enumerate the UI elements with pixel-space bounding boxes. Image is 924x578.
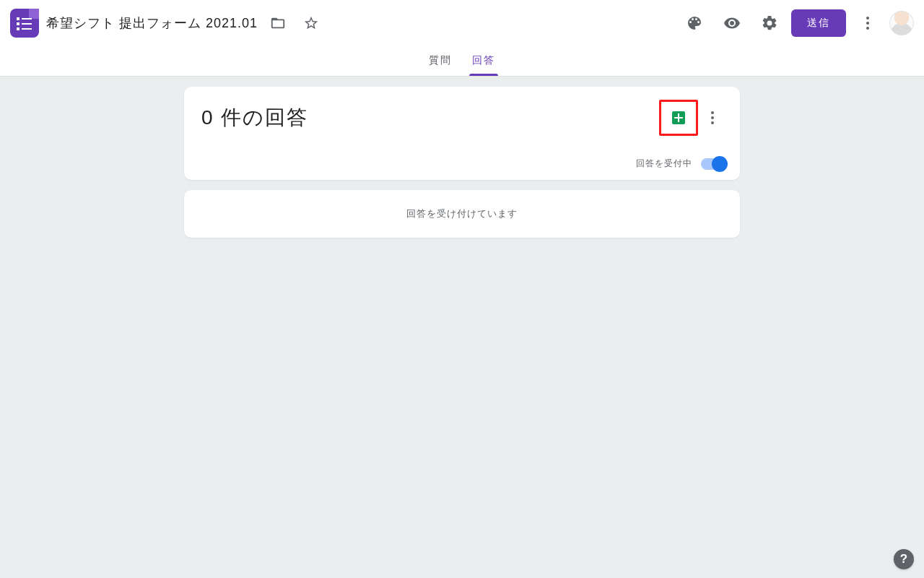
- responses-header-row: 0 件の回答: [201, 100, 727, 136]
- svg-rect-3: [22, 23, 32, 25]
- help-button[interactable]: ?: [894, 549, 914, 569]
- svg-rect-11: [674, 117, 683, 118]
- svg-rect-0: [17, 17, 19, 20]
- tab-responses[interactable]: 回答: [472, 54, 495, 76]
- svg-point-8: [866, 27, 869, 30]
- preview-button[interactable]: [716, 7, 748, 39]
- svg-rect-2: [17, 22, 19, 25]
- palette-icon: [686, 14, 703, 32]
- settings-button[interactable]: [754, 7, 785, 39]
- responses-summary-card: 0 件の回答 回答を受付中: [184, 87, 740, 180]
- header-overflow-button[interactable]: [852, 7, 884, 39]
- svg-point-14: [711, 121, 714, 124]
- responses-status-message: 回答を受け付けています: [406, 207, 518, 220]
- responses-accepting-row: 回答を受付中: [201, 158, 727, 170]
- tabs-row: 質問 回答: [0, 46, 924, 76]
- header-bar: 希望シフト 提出フォーム 2021.01: [0, 0, 924, 77]
- header-top-row: 希望シフト 提出フォーム 2021.01: [0, 0, 924, 46]
- svg-point-7: [866, 22, 869, 25]
- tab-questions[interactable]: 質問: [429, 54, 452, 76]
- svg-point-6: [866, 17, 869, 20]
- eye-icon: [723, 14, 741, 32]
- svg-point-13: [711, 116, 714, 119]
- header-right-toolbar: 送信: [679, 7, 914, 39]
- responses-overflow-button[interactable]: [698, 103, 727, 132]
- main-content: 0 件の回答 回答を受付中: [0, 77, 924, 248]
- svg-rect-1: [22, 18, 32, 20]
- svg-point-12: [711, 111, 714, 114]
- sheets-icon: [670, 109, 687, 126]
- more-vertical-icon: [704, 109, 721, 126]
- accepting-responses-label: 回答を受付中: [636, 158, 692, 170]
- star-icon: [303, 15, 319, 31]
- move-to-folder-button[interactable]: [265, 10, 291, 36]
- account-avatar[interactable]: [889, 11, 914, 35]
- forms-app-logo[interactable]: [10, 9, 39, 38]
- accepting-responses-toggle[interactable]: [701, 158, 727, 170]
- star-button[interactable]: [298, 10, 324, 36]
- help-icon: ?: [900, 552, 907, 566]
- send-button[interactable]: 送信: [791, 9, 846, 37]
- create-spreadsheet-button[interactable]: [664, 103, 693, 132]
- gear-icon: [761, 14, 778, 32]
- folder-icon: [270, 15, 286, 31]
- sheets-button-highlight: [659, 100, 698, 136]
- svg-rect-5: [22, 28, 32, 30]
- responses-status-card: 回答を受け付けています: [184, 190, 740, 238]
- customize-theme-button[interactable]: [679, 7, 710, 39]
- responses-count: 0 件の回答: [201, 104, 308, 131]
- forms-list-icon: [17, 17, 32, 30]
- form-title[interactable]: 希望シフト 提出フォーム 2021.01: [46, 14, 258, 32]
- more-vertical-icon: [859, 14, 876, 32]
- svg-rect-4: [17, 27, 19, 30]
